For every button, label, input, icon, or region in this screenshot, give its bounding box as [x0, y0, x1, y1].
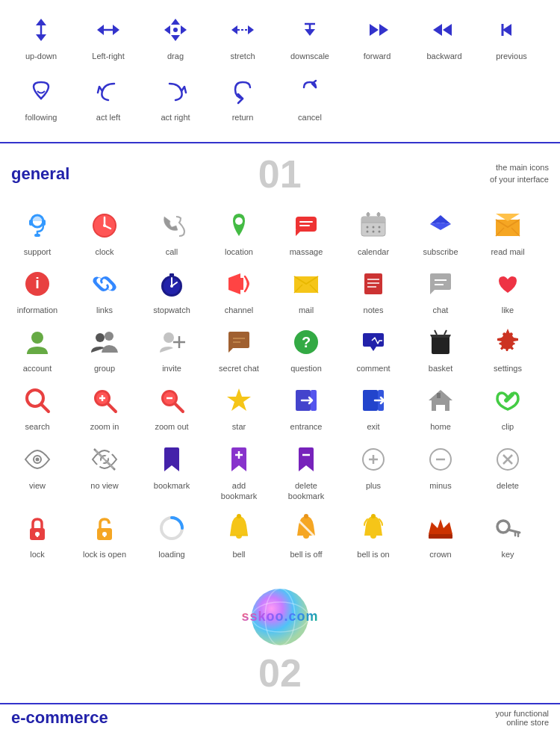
stopwatch-label: stopwatch [153, 305, 190, 315]
svg-point-26 [367, 226, 369, 228]
svg-point-15 [235, 217, 243, 225]
bookmark-label: bookmark [154, 480, 190, 491]
drag-icon [158, 12, 193, 48]
lock-label: lock [30, 549, 45, 560]
icon-item-call: call [138, 203, 205, 261]
icon-item-add-bookmark: addbookmark [205, 437, 273, 506]
massage-label: massage [290, 247, 323, 257]
icon-item-star: star [205, 378, 273, 436]
like-label: like [502, 305, 514, 315]
section-title: general [11, 164, 69, 184]
question-icon: ? [288, 324, 324, 360]
invite-label: invite [162, 363, 181, 374]
loading-icon [154, 510, 190, 546]
like-icon [490, 266, 526, 302]
backward-label: backward [426, 51, 461, 61]
view-icon [19, 441, 55, 477]
icon-item-group: group [71, 320, 138, 378]
icon-item-forward: forward [343, 7, 411, 66]
left-right-icon [90, 12, 126, 48]
icon-item-question: ? question [273, 320, 340, 378]
svg-point-50 [96, 333, 105, 342]
section-header: general 01 the main iconsof your interfa… [0, 142, 560, 199]
icon-item-bookmark: bookmark [138, 437, 205, 506]
icon-item-basket: basket [407, 320, 474, 378]
settings-icon [490, 324, 526, 360]
delete-icon [490, 441, 526, 477]
entrance-label: entrance [290, 421, 323, 432]
icon-item-notes: notes [340, 261, 407, 320]
svg-point-27 [373, 226, 375, 228]
mail-label: mail [299, 305, 314, 315]
svg-rect-7 [29, 220, 33, 226]
stopwatch-icon [154, 266, 190, 302]
icon-item-return: return [209, 69, 276, 127]
icon-item-bell-is-off: bell is off [273, 506, 340, 564]
icon-item-lock-is-open: lock is open [71, 506, 138, 564]
icon-item-cancel: cancel [276, 69, 343, 127]
icon-item-lock: lock [4, 506, 71, 564]
channel-label: channel [225, 305, 254, 315]
question-label: question [290, 363, 322, 374]
key-label: key [501, 549, 514, 560]
icon-item-entrance: entrance [273, 378, 340, 436]
icon-item-up-down: up-down [7, 7, 75, 66]
svg-point-49 [31, 332, 43, 344]
svg-line-73 [175, 404, 183, 412]
entrance-icon [288, 382, 324, 418]
basket-icon [423, 324, 458, 360]
bookmark-icon [154, 441, 190, 477]
forward-label: forward [364, 51, 391, 61]
location-label: location [225, 247, 253, 257]
downscale-icon [292, 12, 328, 48]
icon-item-settings: settings [474, 320, 541, 378]
svg-rect-37 [169, 273, 174, 276]
icon-item-bell: bell [205, 506, 273, 564]
top-section: up-down Left-right [0, 0, 560, 134]
svg-line-69 [108, 404, 116, 412]
clip-icon [490, 382, 526, 418]
previous-label: previous [496, 51, 527, 61]
exit-icon [355, 382, 391, 418]
icon-item-massage: massage [273, 203, 340, 261]
home-icon [423, 382, 458, 418]
call-icon [154, 208, 190, 244]
calendar-label: calendar [358, 247, 389, 257]
following-icon [23, 73, 59, 109]
exit-label: exit [367, 421, 379, 432]
plus-label: plus [366, 480, 381, 491]
view-label: view [29, 480, 46, 491]
icon-item-location: location [205, 203, 273, 261]
minus-label: minus [429, 480, 451, 491]
icon-item-zoom-in: zoom in [71, 378, 138, 436]
star-icon [221, 382, 257, 418]
invite-icon [154, 324, 190, 360]
settings-label: settings [494, 363, 522, 374]
svg-line-60 [435, 330, 437, 335]
calendar-icon [355, 208, 391, 244]
bell-is-off-icon [288, 510, 324, 546]
ecommerce-description: your functionalonline store [495, 709, 549, 727]
icon-item-home: home [407, 378, 474, 436]
loading-label: loading [158, 549, 184, 560]
add-bookmark-label: addbookmark [221, 480, 257, 502]
svg-rect-8 [42, 220, 46, 226]
search-icon [19, 382, 55, 418]
svg-point-104 [237, 514, 241, 518]
key-icon [490, 510, 526, 546]
information-label: information [17, 305, 57, 315]
notes-icon [355, 266, 391, 302]
icon-item-account: account [4, 320, 71, 378]
information-icon: i [19, 266, 55, 302]
svg-rect-16 [296, 217, 317, 232]
chat-label: chat [433, 305, 449, 315]
subscribe-icon [423, 208, 458, 244]
icon-item-invite: invite [138, 320, 205, 378]
icon-item-view: view [4, 437, 71, 506]
bell-icon [221, 510, 257, 546]
massage-icon [288, 208, 324, 244]
mail-icon [288, 266, 324, 302]
lock-icon [19, 510, 55, 546]
icon-item-calendar: calendar [340, 203, 407, 261]
act-left-label: act left [96, 112, 120, 123]
